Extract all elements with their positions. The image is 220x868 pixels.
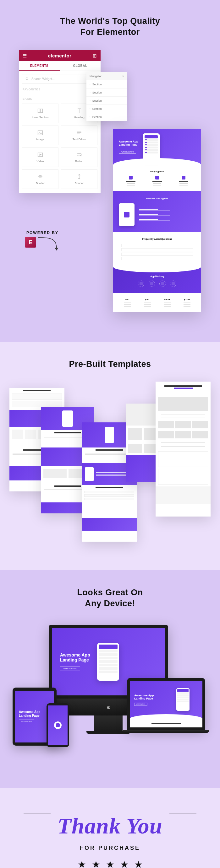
apps-grid-icon[interactable]: ⊞ <box>93 53 97 58</box>
section-title: Looks Great OnAny Device! <box>0 587 220 609</box>
widget-spacer[interactable]: Spacer <box>61 169 98 189</box>
devices-section: Looks Great OnAny Device! Awesome App La… <box>0 570 220 788</box>
button-icon <box>76 152 82 158</box>
navigator-item[interactable]: ›Section <box>86 113 127 121</box>
svg-line-1 <box>28 80 28 80</box>
landing-preview: Awesome App Landing Page PURCHASE NOW Wh… <box>113 129 201 312</box>
template-gallery <box>9 381 211 545</box>
brand: elementor <box>48 53 71 58</box>
svg-rect-3 <box>40 109 43 113</box>
app-badge-icon <box>54 721 62 729</box>
arrow-icon <box>38 237 60 251</box>
phone-mockup <box>47 703 69 747</box>
hamburger-icon[interactable]: ☰ <box>23 53 27 58</box>
template-thumbnail <box>156 381 211 517</box>
cta-button: PURCHASE NOW <box>119 150 136 154</box>
widget-text-editor[interactable]: Text Editor <box>61 126 98 145</box>
video-icon <box>37 152 44 158</box>
phone-mockup-icon <box>119 203 135 226</box>
thank-you-section: Thank You FOR PURCHASE ★ ★ ★ ★ ★ Don't f… <box>0 788 220 868</box>
phone-mockup-icon <box>143 133 160 160</box>
section-title: Pre-Built Templates <box>0 359 220 369</box>
widget-divider[interactable]: Divider <box>22 169 58 189</box>
star-rating: ★ ★ ★ ★ ★ <box>0 859 220 868</box>
columns-icon <box>37 107 44 114</box>
templates-section: Pre-Built Templates <box>0 342 220 570</box>
star-icon: ★ <box>106 859 114 868</box>
divider-icon <box>37 174 44 180</box>
chevron-right-icon: › <box>89 91 90 94</box>
svg-rect-2 <box>38 109 40 113</box>
elementor-section: The World's Top QualityFor Elementor ☰ e… <box>0 0 220 342</box>
phone-mockup-icon <box>97 643 119 681</box>
navigator-item[interactable]: ›Section <box>86 80 127 89</box>
search-icon <box>25 77 29 81</box>
panel-header: ☰ elementor ⊞ <box>19 50 101 61</box>
widget-video[interactable]: Video <box>22 148 58 167</box>
navigator-item[interactable]: ›Section <box>86 89 127 97</box>
tab-elements[interactable]: ELEMENTS <box>19 61 60 71</box>
elementor-badge-icon: E <box>25 237 36 248</box>
tab-global[interactable]: GLOBAL <box>60 61 101 71</box>
chevron-right-icon: › <box>89 107 90 110</box>
chevron-right-icon: › <box>89 99 90 102</box>
star-icon: ★ <box>120 859 129 868</box>
thank-you-heading: Thank You <box>51 813 169 839</box>
widget-button[interactable]: Button <box>61 148 98 167</box>
image-icon <box>37 130 44 136</box>
svg-point-0 <box>26 78 28 80</box>
elementor-panel: ☰ elementor ⊞ ELEMENTS GLOBAL Search Wid… <box>19 50 101 193</box>
search-input[interactable]: Search Widget... <box>22 74 98 84</box>
laptop-mockup: Awesome App Landing Page NOTIFICATION <box>123 678 209 733</box>
preview-hero: Awesome App Landing Page PURCHASE NOW <box>113 129 201 165</box>
phone-mockup-icon <box>176 688 190 711</box>
apple-logo-icon <box>106 705 111 709</box>
navigator-item[interactable]: ›Section <box>86 105 127 113</box>
widget-inner-section[interactable]: Inner Section <box>22 103 58 123</box>
svg-rect-4 <box>38 131 43 135</box>
panel-tabs: ELEMENTS GLOBAL <box>19 61 101 71</box>
navigator-item[interactable]: ›Section <box>86 97 127 105</box>
chevron-right-icon: › <box>89 116 90 118</box>
chevron-right-icon: › <box>89 83 90 86</box>
text-icon <box>76 130 82 136</box>
star-icon: ★ <box>134 859 143 868</box>
navigator-header: Navigator × <box>86 72 127 80</box>
section-title: The World's Top QualityFor Elementor <box>0 16 220 38</box>
heading-icon <box>76 107 82 114</box>
device-showcase: Awesome App Landing Page NOTIFICATION Aw… <box>12 625 208 756</box>
spacer-icon <box>76 174 82 180</box>
powered-by: POWERED BY E <box>25 231 60 251</box>
navigator-popup: Navigator × ›Section ›Section ›Section ›… <box>86 72 127 121</box>
widget-image[interactable]: Image <box>22 126 58 145</box>
thank-you-sub: FOR PURCHASE <box>0 845 220 851</box>
star-icon: ★ <box>78 859 86 868</box>
star-icon: ★ <box>92 859 100 868</box>
close-icon[interactable]: × <box>122 74 124 78</box>
cta-button: NOTIFICATION <box>60 666 80 671</box>
